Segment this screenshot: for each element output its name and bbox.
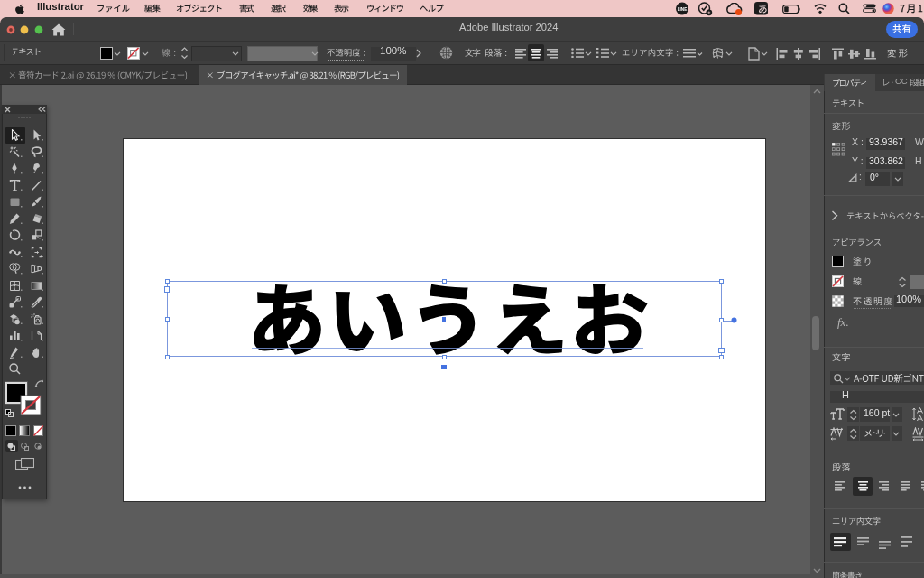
svg-text:LINE: LINE — [678, 7, 687, 12]
